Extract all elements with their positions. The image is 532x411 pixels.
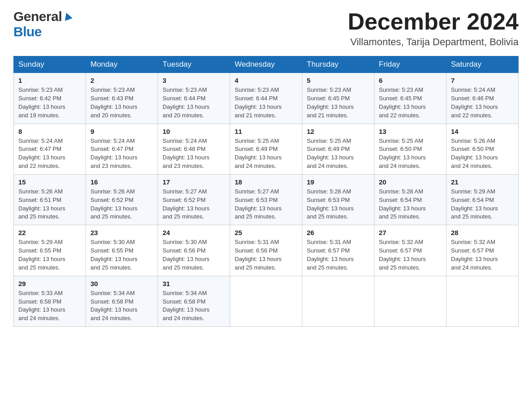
day-number: 10 — [163, 128, 225, 135]
week-row-1: 1 Sunrise: 5:23 AMSunset: 6:42 PMDayligh… — [14, 73, 519, 124]
calendar-day-cell: 1 Sunrise: 5:23 AMSunset: 6:42 PMDayligh… — [14, 73, 86, 124]
calendar-day-cell: 30 Sunrise: 5:34 AMSunset: 6:58 PMDaylig… — [86, 276, 158, 326]
logo-triangle-icon — [63, 12, 73, 21]
calendar-day-cell — [374, 276, 446, 326]
day-number: 30 — [90, 280, 153, 287]
day-number: 21 — [451, 178, 514, 186]
day-number: 11 — [235, 128, 297, 135]
day-info: Sunrise: 5:33 AMSunset: 6:58 PMDaylight:… — [18, 289, 81, 323]
calendar-day-cell: 10 Sunrise: 5:24 AMSunset: 6:48 PMDaylig… — [158, 124, 230, 174]
day-info: Sunrise: 5:24 AMSunset: 6:47 PMDaylight:… — [90, 137, 153, 171]
calendar-day-cell — [302, 276, 374, 326]
header-monday: Monday — [86, 56, 158, 73]
calendar-day-cell: 25 Sunrise: 5:31 AMSunset: 6:56 PMDaylig… — [230, 225, 302, 276]
calendar-day-cell: 12 Sunrise: 5:25 AMSunset: 6:49 PMDaylig… — [302, 124, 374, 174]
day-number: 19 — [307, 178, 369, 186]
day-info: Sunrise: 5:30 AMSunset: 6:56 PMDaylight:… — [163, 238, 225, 272]
day-info: Sunrise: 5:26 AMSunset: 6:50 PMDaylight:… — [451, 137, 514, 171]
calendar-day-cell: 28 Sunrise: 5:32 AMSunset: 6:57 PMDaylig… — [446, 225, 519, 276]
calendar-day-cell — [230, 276, 302, 326]
svg-marker-0 — [63, 12, 73, 21]
day-number: 1 — [18, 77, 81, 84]
calendar-day-cell: 16 Sunrise: 5:26 AMSunset: 6:52 PMDaylig… — [86, 174, 158, 225]
day-info: Sunrise: 5:24 AMSunset: 6:47 PMDaylight:… — [18, 137, 81, 171]
header-friday: Friday — [374, 56, 446, 73]
day-number: 22 — [18, 229, 81, 236]
day-number: 5 — [307, 77, 369, 84]
day-info: Sunrise: 5:28 AMSunset: 6:54 PMDaylight:… — [379, 188, 442, 221]
day-info: Sunrise: 5:34 AMSunset: 6:58 PMDaylight:… — [163, 289, 225, 323]
logo-general-text: General — [13, 9, 62, 24]
day-number: 16 — [90, 178, 153, 186]
calendar-day-cell: 26 Sunrise: 5:31 AMSunset: 6:57 PMDaylig… — [302, 225, 374, 276]
calendar-day-cell: 8 Sunrise: 5:24 AMSunset: 6:47 PMDayligh… — [14, 124, 86, 174]
month-title: December 2024 — [348, 9, 519, 34]
day-number: 27 — [379, 229, 442, 236]
day-number: 2 — [90, 77, 153, 84]
calendar-day-cell: 19 Sunrise: 5:28 AMSunset: 6:53 PMDaylig… — [302, 174, 374, 225]
day-info: Sunrise: 5:23 AMSunset: 6:44 PMDaylight:… — [163, 86, 225, 120]
day-info: Sunrise: 5:24 AMSunset: 6:46 PMDaylight:… — [451, 86, 514, 120]
day-number: 6 — [379, 77, 442, 84]
calendar-day-cell: 17 Sunrise: 5:27 AMSunset: 6:52 PMDaylig… — [158, 174, 230, 225]
day-info: Sunrise: 5:31 AMSunset: 6:57 PMDaylight:… — [307, 238, 369, 272]
calendar-day-cell: 22 Sunrise: 5:29 AMSunset: 6:55 PMDaylig… — [14, 225, 86, 276]
day-number: 25 — [235, 229, 297, 236]
week-row-2: 8 Sunrise: 5:24 AMSunset: 6:47 PMDayligh… — [14, 124, 519, 174]
header-sunday: Sunday — [14, 56, 86, 73]
day-info: Sunrise: 5:24 AMSunset: 6:48 PMDaylight:… — [163, 137, 225, 171]
day-number: 18 — [235, 178, 297, 186]
calendar-day-cell: 21 Sunrise: 5:29 AMSunset: 6:54 PMDaylig… — [446, 174, 519, 225]
calendar-day-cell: 13 Sunrise: 5:25 AMSunset: 6:50 PMDaylig… — [374, 124, 446, 174]
calendar-day-cell: 27 Sunrise: 5:32 AMSunset: 6:57 PMDaylig… — [374, 225, 446, 276]
day-info: Sunrise: 5:29 AMSunset: 6:55 PMDaylight:… — [18, 238, 81, 272]
day-info: Sunrise: 5:23 AMSunset: 6:45 PMDaylight:… — [307, 86, 369, 120]
day-info: Sunrise: 5:27 AMSunset: 6:53 PMDaylight:… — [235, 188, 297, 221]
week-row-5: 29 Sunrise: 5:33 AMSunset: 6:58 PMDaylig… — [14, 276, 519, 326]
day-number: 12 — [307, 128, 369, 135]
day-info: Sunrise: 5:25 AMSunset: 6:50 PMDaylight:… — [379, 137, 442, 171]
calendar-day-cell: 23 Sunrise: 5:30 AMSunset: 6:55 PMDaylig… — [86, 225, 158, 276]
day-number: 24 — [163, 229, 225, 236]
day-info: Sunrise: 5:34 AMSunset: 6:58 PMDaylight:… — [90, 289, 153, 323]
header-thursday: Thursday — [302, 56, 374, 73]
day-info: Sunrise: 5:29 AMSunset: 6:54 PMDaylight:… — [451, 188, 514, 221]
header-wednesday: Wednesday — [230, 56, 302, 73]
calendar-day-cell: 15 Sunrise: 5:26 AMSunset: 6:51 PMDaylig… — [14, 174, 86, 225]
calendar-day-cell: 5 Sunrise: 5:23 AMSunset: 6:45 PMDayligh… — [302, 73, 374, 124]
calendar-day-cell: 11 Sunrise: 5:25 AMSunset: 6:49 PMDaylig… — [230, 124, 302, 174]
calendar-day-cell: 31 Sunrise: 5:34 AMSunset: 6:58 PMDaylig… — [158, 276, 230, 326]
calendar-day-cell: 20 Sunrise: 5:28 AMSunset: 6:54 PMDaylig… — [374, 174, 446, 225]
calendar-day-cell: 2 Sunrise: 5:23 AMSunset: 6:43 PMDayligh… — [86, 73, 158, 124]
day-number: 7 — [451, 77, 514, 84]
day-number: 4 — [235, 77, 297, 84]
day-info: Sunrise: 5:23 AMSunset: 6:44 PMDaylight:… — [235, 86, 297, 120]
calendar-day-cell: 14 Sunrise: 5:26 AMSunset: 6:50 PMDaylig… — [446, 124, 519, 174]
day-info: Sunrise: 5:25 AMSunset: 6:49 PMDaylight:… — [307, 137, 369, 171]
day-info: Sunrise: 5:23 AMSunset: 6:42 PMDaylight:… — [18, 86, 81, 120]
day-number: 13 — [379, 128, 442, 135]
calendar-day-cell: 29 Sunrise: 5:33 AMSunset: 6:58 PMDaylig… — [14, 276, 86, 326]
day-number: 28 — [451, 229, 514, 236]
calendar-day-cell: 7 Sunrise: 5:24 AMSunset: 6:46 PMDayligh… — [446, 73, 519, 124]
calendar-day-cell: 4 Sunrise: 5:23 AMSunset: 6:44 PMDayligh… — [230, 73, 302, 124]
day-number: 15 — [18, 178, 81, 186]
calendar-day-cell: 24 Sunrise: 5:30 AMSunset: 6:56 PMDaylig… — [158, 225, 230, 276]
location-title: Villamontes, Tarija Department, Bolivia — [348, 36, 519, 48]
day-number: 9 — [90, 128, 153, 135]
day-info: Sunrise: 5:27 AMSunset: 6:52 PMDaylight:… — [163, 188, 225, 221]
calendar-day-cell — [446, 276, 519, 326]
day-number: 31 — [163, 280, 225, 287]
day-info: Sunrise: 5:26 AMSunset: 6:51 PMDaylight:… — [18, 188, 81, 221]
logo: General Blue — [13, 9, 73, 39]
day-number: 8 — [18, 128, 81, 135]
day-info: Sunrise: 5:28 AMSunset: 6:53 PMDaylight:… — [307, 188, 369, 221]
page-header: General Blue December 2024 Villamontes, … — [13, 9, 519, 48]
calendar-day-cell: 3 Sunrise: 5:23 AMSunset: 6:44 PMDayligh… — [158, 73, 230, 124]
day-info: Sunrise: 5:26 AMSunset: 6:52 PMDaylight:… — [90, 188, 153, 221]
calendar-table: Sunday Monday Tuesday Wednesday Thursday… — [13, 56, 519, 327]
day-info: Sunrise: 5:31 AMSunset: 6:56 PMDaylight:… — [235, 238, 297, 272]
day-number: 17 — [163, 178, 225, 186]
weekday-header-row: Sunday Monday Tuesday Wednesday Thursday… — [14, 56, 519, 73]
calendar-day-cell: 9 Sunrise: 5:24 AMSunset: 6:47 PMDayligh… — [86, 124, 158, 174]
